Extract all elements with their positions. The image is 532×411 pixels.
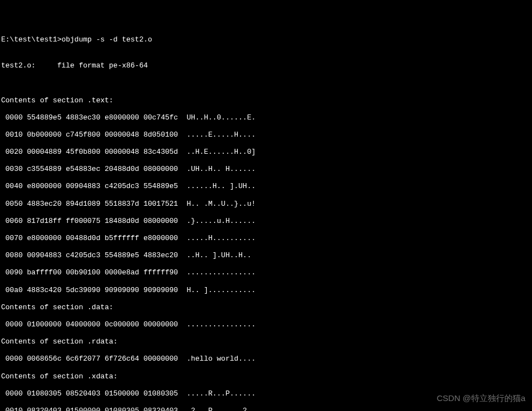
hex-dump-line: 0040 e8000000 00904883 c4205dc3 554889e5…	[1, 182, 531, 191]
hex-dump-line: 0080 00904883 c4205dc3 554889e5 4883ec20…	[1, 251, 531, 260]
section-header-data: Contents of section .data:	[1, 303, 531, 312]
hex-dump-line: 0070 e8000000 00488d0d b5ffffff e8000000…	[1, 234, 531, 243]
hex-dump-line: 0010 08320403 01500000 01080305 08320403…	[1, 407, 531, 411]
section-header-text: Contents of section .text:	[1, 96, 531, 105]
section-header-xdata: Contents of section .xdata:	[1, 372, 531, 381]
hex-dump-line: 0000 0068656c 6c6f2077 6f726c64 00000000…	[1, 355, 531, 363]
hex-dump-line: 0000 01080305 08520403 01500000 01080305…	[1, 389, 531, 398]
hex-dump-line: 0030 c3554889 e54883ec 20488d0d 08000000…	[1, 165, 531, 174]
hex-dump-line: 0010 0b000000 c745f800 00000048 8d050100…	[1, 131, 531, 139]
hex-dump-line: 0000 554889e5 4883ec30 e8000000 00c745fc…	[1, 113, 531, 122]
section-header-rdata: Contents of section .rdata:	[1, 337, 531, 346]
hex-dump-line: 0060 817d18ff ff000075 18488d0d 08000000…	[1, 217, 531, 226]
hex-dump-line: 0020 00004889 45f0b800 00000048 83c4305d…	[1, 148, 531, 157]
hex-dump-line: 0050 4883ec20 894d1089 5518837d 10017521…	[1, 200, 531, 209]
hex-dump-line: 00a0 4883c420 5dc39090 90909090 90909090…	[1, 286, 531, 295]
file-format-header: test2.o: file format pe-x86-64	[1, 61, 531, 70]
hex-dump-line: 0000 01000000 04000000 0c000000 00000000…	[1, 320, 531, 329]
command-prompt: E:\test\test1>objdump -s -d test2.o	[1, 35, 531, 44]
hex-dump-line: 0090 baffff00 00b90100 0000e8ad ffffff90…	[1, 268, 531, 277]
